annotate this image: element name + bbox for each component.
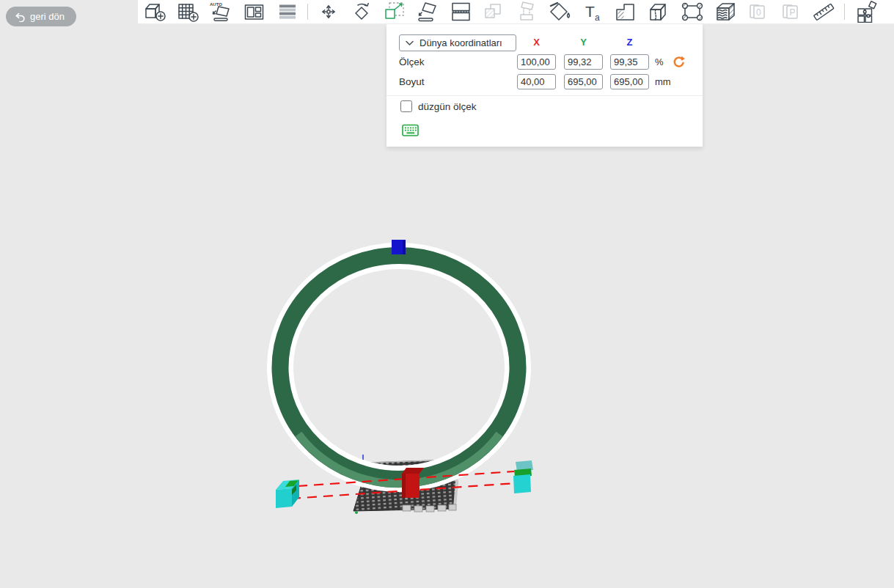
undo-icon [14, 12, 25, 22]
toolbar-separator [844, 4, 845, 20]
reset-scale-button[interactable] [672, 55, 686, 69]
size-y-input[interactable] [564, 74, 603, 89]
infill-icon [614, 1, 637, 23]
size-x-input[interactable] [517, 74, 556, 89]
paint-icon [548, 1, 571, 23]
paint-tool-button[interactable] [547, 1, 572, 23]
svg-text:0: 0 [756, 7, 761, 18]
text-tool-button[interactable]: T a [580, 1, 605, 23]
scale-icon [383, 1, 406, 23]
layout-icon [242, 1, 265, 23]
supports-tool-button[interactable] [514, 1, 539, 23]
toolbar-separator [307, 4, 308, 20]
rotate-tool-button[interactable] [349, 1, 374, 23]
measure-tool-button[interactable] [811, 1, 836, 23]
deform-tool-button[interactable] [679, 1, 704, 23]
lay-flat-tool-button[interactable] [415, 1, 440, 23]
application-window: geri dön AUTO [0, 0, 894, 588]
panel-divider [386, 95, 703, 96]
move-tool-button[interactable] [316, 1, 341, 23]
lay-flat-icon [416, 1, 439, 23]
split-icon [449, 1, 472, 23]
back-button-label: geri dön [30, 11, 65, 22]
add-model-icon [143, 1, 166, 23]
doc-zero-icon: 0 [746, 1, 769, 23]
object-list-button[interactable] [274, 1, 299, 23]
scale-tool-button[interactable] [382, 1, 407, 23]
scale-row-label: Ölçek [399, 54, 425, 70]
scale-z-input[interactable] [610, 54, 649, 70]
svg-text:P: P [790, 7, 796, 18]
add-plate-button[interactable] [175, 1, 200, 23]
add-model-button[interactable] [142, 1, 167, 23]
back-button[interactable]: geri dön [6, 7, 76, 26]
doc-p-button[interactable]: P [778, 1, 803, 23]
size-unit: mm [655, 74, 671, 89]
scale-y-input[interactable] [564, 54, 603, 70]
uniform-scale-label: düzgün ölçek [418, 100, 477, 113]
doc-zero-button[interactable]: 0 [745, 1, 770, 23]
coordinate-system-value: Dünya koordinatları [419, 37, 502, 48]
svg-text:AUTO: AUTO [210, 2, 222, 7]
axis-header-z: Z [610, 37, 649, 48]
split-tool-button[interactable] [448, 1, 473, 23]
supports-icon [515, 1, 538, 23]
scale-handle-right[interactable] [513, 460, 533, 493]
numeric-keyboard-button[interactable] [402, 123, 419, 137]
keyboard-icon [402, 124, 419, 137]
layout-button[interactable] [241, 1, 266, 23]
axis-marker-corner [355, 511, 358, 514]
axis-header-x: X [517, 37, 556, 48]
mirror-icon [482, 1, 505, 23]
cut-icon [647, 1, 670, 23]
ring-model[interactable] [280, 256, 518, 484]
rotate-icon [350, 1, 373, 23]
plugins-icon [854, 1, 877, 23]
plugins-button[interactable] [853, 1, 878, 23]
auto-arrange-button[interactable]: AUTO [208, 1, 233, 23]
transform-panel: Dünya koordinatları X Y Z Ölçek % Boyut … [386, 24, 703, 147]
measure-icon [812, 1, 835, 23]
svg-text:T: T [585, 3, 595, 20]
doc-p-icon: P [779, 1, 802, 23]
auto-arrange-icon: AUTO [209, 1, 232, 23]
cut-tool-button[interactable] [646, 1, 671, 23]
add-plate-icon [176, 1, 199, 23]
object-list-icon [275, 1, 298, 23]
axis-header-y: Y [564, 37, 603, 48]
move-icon [317, 1, 340, 23]
main-toolbar: AUTO [138, 0, 894, 24]
scale-handle-top[interactable] [392, 240, 406, 254]
infill-tool-button[interactable] [613, 1, 638, 23]
reset-icon [672, 55, 686, 69]
layers-icon [713, 1, 736, 23]
text-icon: T a [581, 1, 604, 23]
size-row-label: Boyut [399, 74, 425, 89]
uniform-scale-checkbox[interactable] [400, 100, 412, 112]
size-z-input[interactable] [610, 74, 649, 89]
layers-tool-button[interactable] [712, 1, 737, 23]
scale-x-input[interactable] [517, 54, 556, 70]
scale-handle-left[interactable] [276, 479, 299, 508]
coordinate-system-select[interactable]: Dünya koordinatları [399, 34, 516, 51]
deform-icon [680, 1, 703, 23]
chevron-down-icon [406, 40, 414, 46]
svg-text:a: a [595, 12, 600, 23]
scale-unit: % [655, 54, 664, 70]
mirror-tool-button[interactable] [481, 1, 506, 23]
